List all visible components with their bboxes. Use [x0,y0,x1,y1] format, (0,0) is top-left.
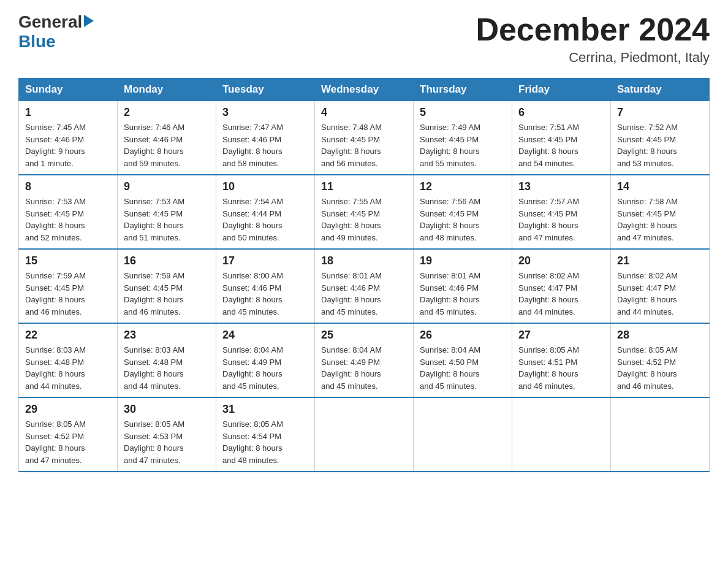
calendar-day-cell: 24 Sunrise: 8:04 AMSunset: 4:49 PMDaylig… [216,323,315,397]
day-number: 13 [518,180,604,193]
logo-arrow-icon [84,15,94,27]
calendar-day-cell: 16 Sunrise: 7:59 AMSunset: 4:45 PMDaylig… [118,249,216,323]
day-number: 19 [420,255,506,267]
day-number: 10 [222,180,308,193]
day-info: Sunrise: 8:03 AMSunset: 4:48 PMDaylight:… [25,344,111,392]
day-info: Sunrise: 7:56 AMSunset: 4:45 PMDaylight:… [420,196,506,243]
calendar-day-cell: 30 Sunrise: 8:05 AMSunset: 4:53 PMDaylig… [118,397,216,472]
calendar-week-row: 8 Sunrise: 7:53 AMSunset: 4:45 PMDayligh… [19,175,710,249]
day-info: Sunrise: 7:52 AMSunset: 4:45 PMDaylight:… [617,121,703,169]
day-info: Sunrise: 8:05 AMSunset: 4:53 PMDaylight:… [124,418,210,466]
day-info: Sunrise: 7:51 AMSunset: 4:45 PMDaylight:… [518,121,604,169]
logo-blue-text: Blue [18,32,56,51]
day-info: Sunrise: 7:49 AMSunset: 4:45 PMDaylight:… [420,121,506,169]
calendar-day-cell: 5 Sunrise: 7:49 AMSunset: 4:45 PMDayligh… [414,101,512,175]
calendar-header-row: Sunday Monday Tuesday Wednesday Thursday… [19,79,710,101]
day-number: 31 [222,403,308,416]
day-info: Sunrise: 7:59 AMSunset: 4:45 PMDaylight:… [124,270,210,318]
day-number: 25 [321,329,407,342]
calendar-day-cell: 2 Sunrise: 7:46 AMSunset: 4:46 PMDayligh… [118,101,216,175]
day-info: Sunrise: 8:01 AMSunset: 4:46 PMDaylight:… [420,270,506,318]
day-number: 7 [617,106,703,119]
calendar-day-cell [512,397,611,472]
day-info: Sunrise: 8:00 AMSunset: 4:46 PMDaylight:… [222,270,308,318]
calendar-day-cell: 4 Sunrise: 7:48 AMSunset: 4:45 PMDayligh… [315,101,414,175]
logo-general-text: General [18,12,82,32]
calendar-title: December 2024 [476,12,710,47]
calendar-day-cell: 11 Sunrise: 7:55 AMSunset: 4:45 PMDaylig… [315,175,414,249]
calendar-week-row: 29 Sunrise: 8:05 AMSunset: 4:52 PMDaylig… [19,397,710,472]
day-number: 9 [124,180,210,193]
calendar-week-row: 15 Sunrise: 7:59 AMSunset: 4:45 PMDaylig… [19,249,710,323]
col-friday: Friday [512,79,611,101]
calendar-day-cell [315,397,414,472]
col-wednesday: Wednesday [315,79,414,101]
day-info: Sunrise: 7:47 AMSunset: 4:46 PMDaylight:… [222,121,308,169]
day-number: 18 [321,255,407,267]
calendar-day-cell: 1 Sunrise: 7:45 AMSunset: 4:46 PMDayligh… [19,101,118,175]
day-number: 1 [25,106,111,119]
calendar-day-cell: 17 Sunrise: 8:00 AMSunset: 4:46 PMDaylig… [216,249,315,323]
day-info: Sunrise: 7:53 AMSunset: 4:45 PMDaylight:… [25,196,111,243]
day-number: 17 [222,255,308,267]
day-number: 3 [222,106,308,119]
calendar-day-cell [611,397,710,472]
day-info: Sunrise: 8:05 AMSunset: 4:52 PMDaylight:… [617,344,703,392]
calendar-day-cell: 19 Sunrise: 8:01 AMSunset: 4:46 PMDaylig… [414,249,512,323]
day-number: 4 [321,106,407,119]
calendar-day-cell: 20 Sunrise: 8:02 AMSunset: 4:47 PMDaylig… [512,249,611,323]
calendar-day-cell: 26 Sunrise: 8:04 AMSunset: 4:50 PMDaylig… [414,323,512,397]
day-info: Sunrise: 7:53 AMSunset: 4:45 PMDaylight:… [124,196,210,243]
calendar-day-cell: 29 Sunrise: 8:05 AMSunset: 4:52 PMDaylig… [19,397,118,472]
day-info: Sunrise: 8:01 AMSunset: 4:46 PMDaylight:… [321,270,407,318]
day-info: Sunrise: 8:05 AMSunset: 4:54 PMDaylight:… [222,418,308,466]
day-number: 2 [124,106,210,119]
calendar-day-cell: 25 Sunrise: 8:04 AMSunset: 4:49 PMDaylig… [315,323,414,397]
day-info: Sunrise: 8:04 AMSunset: 4:49 PMDaylight:… [321,344,407,392]
day-info: Sunrise: 7:59 AMSunset: 4:45 PMDaylight:… [25,270,111,318]
calendar-day-cell: 22 Sunrise: 8:03 AMSunset: 4:48 PMDaylig… [19,323,118,397]
day-number: 21 [617,255,703,267]
col-sunday: Sunday [19,79,118,101]
day-info: Sunrise: 7:46 AMSunset: 4:46 PMDaylight:… [124,121,210,169]
day-number: 15 [25,255,111,267]
day-number: 6 [518,106,604,119]
calendar-day-cell: 14 Sunrise: 7:58 AMSunset: 4:45 PMDaylig… [611,175,710,249]
calendar-day-cell: 13 Sunrise: 7:57 AMSunset: 4:45 PMDaylig… [512,175,611,249]
day-info: Sunrise: 8:02 AMSunset: 4:47 PMDaylight:… [617,270,703,318]
col-thursday: Thursday [414,79,512,101]
day-number: 27 [518,329,604,342]
day-info: Sunrise: 8:05 AMSunset: 4:52 PMDaylight:… [25,418,111,466]
calendar-table: Sunday Monday Tuesday Wednesday Thursday… [18,78,710,472]
page-header: General Blue December 2024 Cerrina, Pied… [18,12,710,66]
calendar-week-row: 1 Sunrise: 7:45 AMSunset: 4:46 PMDayligh… [19,101,710,175]
day-number: 29 [25,403,111,416]
calendar-day-cell: 21 Sunrise: 8:02 AMSunset: 4:47 PMDaylig… [611,249,710,323]
day-info: Sunrise: 8:03 AMSunset: 4:48 PMDaylight:… [124,344,210,392]
calendar-day-cell: 8 Sunrise: 7:53 AMSunset: 4:45 PMDayligh… [19,175,118,249]
calendar-day-cell: 3 Sunrise: 7:47 AMSunset: 4:46 PMDayligh… [216,101,315,175]
calendar-day-cell: 7 Sunrise: 7:52 AMSunset: 4:45 PMDayligh… [611,101,710,175]
calendar-day-cell: 6 Sunrise: 7:51 AMSunset: 4:45 PMDayligh… [512,101,611,175]
day-info: Sunrise: 8:04 AMSunset: 4:49 PMDaylight:… [222,344,308,392]
day-info: Sunrise: 7:57 AMSunset: 4:45 PMDaylight:… [518,196,604,243]
calendar-day-cell: 27 Sunrise: 8:05 AMSunset: 4:51 PMDaylig… [512,323,611,397]
day-info: Sunrise: 8:04 AMSunset: 4:50 PMDaylight:… [420,344,506,392]
logo: General Blue [18,12,94,52]
day-info: Sunrise: 8:02 AMSunset: 4:47 PMDaylight:… [518,270,604,318]
calendar-day-cell: 10 Sunrise: 7:54 AMSunset: 4:44 PMDaylig… [216,175,315,249]
day-number: 14 [617,180,703,193]
col-tuesday: Tuesday [216,79,315,101]
calendar-day-cell: 12 Sunrise: 7:56 AMSunset: 4:45 PMDaylig… [414,175,512,249]
col-saturday: Saturday [611,79,710,101]
day-number: 11 [321,180,407,193]
calendar-day-cell: 23 Sunrise: 8:03 AMSunset: 4:48 PMDaylig… [118,323,216,397]
day-number: 30 [124,403,210,416]
col-monday: Monday [118,79,216,101]
day-number: 20 [518,255,604,267]
day-number: 8 [25,180,111,193]
calendar-week-row: 22 Sunrise: 8:03 AMSunset: 4:48 PMDaylig… [19,323,710,397]
calendar-subtitle: Cerrina, Piedmont, Italy [476,50,710,66]
day-number: 16 [124,255,210,267]
calendar-day-cell: 31 Sunrise: 8:05 AMSunset: 4:54 PMDaylig… [216,397,315,472]
